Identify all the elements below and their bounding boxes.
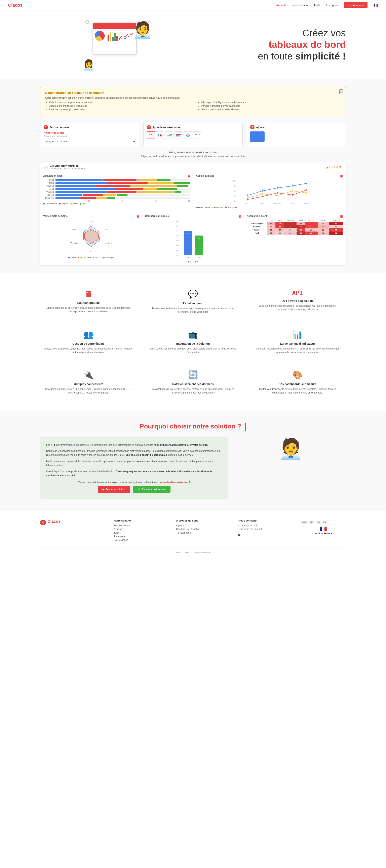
demo-box-title: Démonstration du créateur de dashboard	[45, 91, 341, 94]
signup-button[interactable]: ✓ S'inscrire maintenant	[133, 486, 171, 493]
widget-title: Comparaison appels ▣	[145, 215, 241, 217]
svg-point-47	[292, 194, 293, 195]
person-illustration-right: 🧑‍💼	[133, 21, 153, 39]
radar-chart-icon[interactable]	[184, 131, 192, 138]
svg-text:13: 13	[277, 197, 278, 198]
svg-point-36	[277, 195, 278, 196]
visa-icon: VISA	[301, 521, 308, 524]
bar-track	[56, 182, 190, 184]
nav-tarifs[interactable]: Tarifs	[314, 4, 320, 7]
demo-list-item: Inversion de votre jeu de données	[49, 108, 189, 111]
svg-point-46	[277, 192, 278, 193]
bar-row-vendredi: Vendredi	[43, 191, 190, 193]
youtube-icon[interactable]: ▶	[238, 533, 241, 536]
footer-link-partenariat[interactable]: Partenariat	[114, 535, 170, 538]
footer-email[interactable]: contact@clacos.fr	[238, 524, 295, 527]
logo: Clacos	[8, 3, 23, 8]
widget-close-button[interactable]: ▣	[238, 215, 241, 218]
demo-list-left: Création de vos propres jeux de données …	[45, 101, 189, 111]
bar-seg	[137, 179, 157, 181]
hm-cell: 21	[267, 231, 275, 235]
made-in-france-label: MADE IN FRANCE	[301, 532, 346, 535]
footer-link-tarifs[interactable]: Tarifs	[114, 531, 170, 534]
area-chart-icon[interactable]	[165, 131, 174, 138]
language-flag[interactable]: 🇫🇷	[374, 3, 378, 7]
svg-rect-2	[161, 135, 162, 136]
step-2-title: Type de représentation	[153, 126, 181, 129]
widget-close-button[interactable]: ▣	[137, 215, 139, 218]
bar-label: Mercredi	[43, 185, 54, 187]
footer-link-about[interactable]: A propos	[176, 524, 232, 527]
svg-text:Mardi: Mardi	[260, 203, 264, 205]
drag-main-text: Enfin, mettez le dashboard à votre goût	[40, 151, 346, 154]
hero-illustration: ⚙ ⚙	[81, 19, 153, 71]
hero-line3: en toute	[258, 51, 293, 62]
hm-cell: 22	[318, 225, 329, 228]
bar-chart: Lundi Mardi	[43, 179, 190, 202]
why-text-box: Les KPI (Key Performance Indicator) ou I…	[40, 437, 228, 499]
dashboard-title: Service commercial	[50, 164, 85, 167]
svg-text:100: 100	[233, 180, 236, 182]
step-2-num: 2	[147, 125, 151, 129]
dashboard-bottom-row: Ventes cette semaine ▣ Lundi Mardi	[40, 212, 346, 265]
svg-text:543: 543	[186, 232, 189, 234]
step-1-title: Jeu de données	[50, 126, 69, 129]
try-solution-button[interactable]: ▶ Tester la solution	[98, 486, 130, 493]
widget-close-button[interactable]: ▣	[340, 215, 343, 218]
add-widget-button[interactable]: ↓	[250, 131, 265, 142]
widget-close-button[interactable]: ▣	[340, 175, 343, 178]
footer-link-fonctionnement[interactable]: Fonctionnement	[114, 524, 170, 527]
radar-legend: Nicole Ali Anna Arnaud Christophe	[43, 257, 139, 259]
vertical-bar-icon[interactable]	[175, 131, 183, 138]
france-flag: 🇫🇷	[301, 526, 346, 532]
svg-rect-81	[184, 231, 192, 255]
legend-actif: Actif	[80, 203, 86, 205]
heatmap-row-actif: Actif 21 11 21 43 32 12 64	[247, 231, 343, 235]
heatmap-col-header: Lundi	[267, 219, 275, 222]
dataset-select[interactable]: (3 lignes × 4 colonnes)	[43, 139, 136, 144]
legend-christophe: Christophe	[103, 257, 114, 259]
nav-links: Accueil Notre solution Tarifs Inscriptio…	[276, 2, 378, 8]
footer-bottom: 2021 © Clacos - Tout droits réservés	[40, 548, 346, 554]
feature-desc: Clacos est proposé en version gratuite m…	[44, 306, 133, 313]
line-chart-icon[interactable]	[147, 131, 155, 138]
bar-seg	[103, 194, 116, 196]
svg-text:55: 55	[277, 186, 278, 187]
footer: C Clacos Notre solution Fonctionnement A…	[0, 511, 386, 558]
footer-contact-form[interactable]: Formulaire de contact	[238, 528, 295, 531]
feature-rafraichissement: 🔄 Rafraîchissement des données Vos dashb…	[145, 366, 241, 399]
svg-text:20: 20	[234, 200, 236, 202]
svg-text:17: 17	[306, 194, 307, 196]
why-buttons: ▶ Tester la solution ✓ S'inscrire mainte…	[46, 486, 222, 493]
hm-cell: 21	[284, 231, 297, 235]
footer-col-payments: VISA MC CB PP 🇫🇷 MADE IN FRANCE	[301, 519, 346, 542]
steps-container: 1 Jeu de données Nombre de ventes Envoi …	[40, 122, 346, 147]
nav-inscription[interactable]: Inscription	[326, 4, 338, 7]
feature-tchat: 💬 T'chat en direct Trouvez vos assistanc…	[145, 285, 241, 318]
demo-list-item: Partage / diffusion de vos dashboard	[201, 104, 341, 107]
bar-chart-icon[interactable]	[156, 131, 165, 138]
connexion-button[interactable]: → Connexion	[344, 2, 367, 8]
demo-close-button[interactable]: ✕	[339, 89, 343, 94]
footer-link-temoignages[interactable]: Témoignages	[176, 531, 232, 534]
widget-appels-cumules: Appels cumulés ▣ 100 80 60 40 20	[193, 172, 346, 212]
bar-chart-mini	[108, 31, 118, 41]
footer-link-apropos[interactable]: A propos	[114, 528, 170, 531]
bar-label: Jeudi	[43, 188, 54, 190]
nav-solution[interactable]: Notre solution	[292, 4, 307, 7]
bar-seg	[56, 179, 102, 181]
wavy-chart-icon[interactable]	[193, 131, 202, 138]
svg-point-45	[262, 196, 263, 197]
bar-seg	[148, 182, 174, 184]
features-section: 🖥 Solution gratuite Clacos est proposé e…	[0, 273, 386, 411]
why-image: 🧑‍💼	[236, 437, 346, 461]
svg-text:72: 72	[306, 182, 307, 183]
nav-accueil[interactable]: Accueil	[276, 4, 286, 7]
legend-regulier: Régulier	[59, 203, 68, 205]
demo-info-box: ✕ Démonstration du créateur de dashboard…	[40, 87, 346, 116]
footer-link-cgu[interactable]: Conditions d'utilisation	[176, 528, 232, 531]
widget-close-button[interactable]: ▣	[187, 175, 190, 178]
svg-text:900: 900	[176, 220, 179, 222]
svg-point-38	[306, 192, 307, 193]
footer-link-faq[interactable]: FAQ / Vidéos	[114, 538, 170, 541]
